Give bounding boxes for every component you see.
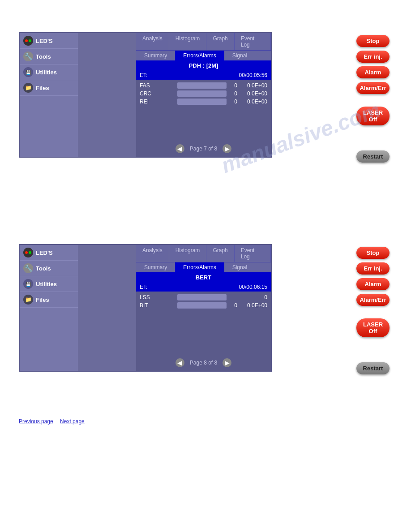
- pagination-2: ◀ Page 8 of 8 ▶: [136, 355, 271, 371]
- table-row: LSS 0: [136, 293, 271, 301]
- tools-icon: 🔧: [23, 51, 33, 61]
- next-page-link[interactable]: Next page: [60, 418, 85, 425]
- et-value-1: 00/00:05:56: [239, 72, 267, 78]
- sidebar-label-utilities: Utilities: [36, 69, 57, 76]
- count-fas: 0: [228, 82, 237, 89]
- row-label-lss: LSS: [140, 294, 176, 300]
- page-text-2: Page 8 of 8: [190, 360, 217, 366]
- row-label-fas: FAS: [140, 82, 176, 89]
- count-crc: 0: [228, 90, 237, 97]
- value-lss: 0: [238, 294, 267, 300]
- sidebar-item-leds-2[interactable]: LED'S: [20, 245, 78, 261]
- tab-graph-1[interactable]: Graph: [206, 33, 234, 50]
- previous-page-link[interactable]: Previous page: [19, 418, 53, 425]
- bar-crc: [177, 90, 227, 97]
- next-page-1[interactable]: ▶: [223, 144, 231, 153]
- et-row-1: ET: 00/00:05:56: [136, 71, 271, 80]
- subtab-errors-1[interactable]: Errors/Alarms: [175, 51, 224, 60]
- content-title-2: BERT: [136, 272, 271, 283]
- alarm-err-button-2[interactable]: Alarm/Err: [356, 294, 390, 306]
- alarm-button-2[interactable]: Alarm: [356, 278, 390, 290]
- subtab-summary-1[interactable]: Summary: [136, 51, 175, 60]
- right-buttons-1: Stop Err inj. Alarm Alarm/Err LASER Off …: [356, 35, 392, 163]
- laser-button-1[interactable]: LASER Off: [356, 107, 390, 125]
- tab-graph-2[interactable]: Graph: [206, 245, 234, 262]
- value-bit: 0.0E+00: [238, 302, 267, 309]
- main-content-1: Analysis Histogram Graph Event Log Summa…: [136, 33, 271, 157]
- bar-fas: [177, 82, 227, 89]
- spacer-1: [356, 129, 392, 147]
- stop-button-1[interactable]: Stop: [356, 35, 390, 47]
- sidebar-1: LED'S 🔧 Tools 💾 Utilities 📁 Files: [20, 33, 78, 157]
- restart-button-1[interactable]: Restart: [356, 150, 390, 163]
- table-row: CRC 0 0.0E+00: [136, 90, 271, 98]
- sidebar-label-utilities-2: Utilities: [36, 281, 57, 287]
- sidebar-item-utilities[interactable]: 💾 Utilities: [20, 64, 78, 80]
- sidebar-item-leds[interactable]: LED'S: [20, 33, 78, 49]
- tab-analysis-2[interactable]: Analysis: [136, 245, 169, 262]
- alarm-err-button-1[interactable]: Alarm/Err: [356, 82, 390, 94]
- bar-lss: [177, 294, 227, 300]
- value-fas: 0.0E+00: [238, 82, 267, 89]
- bottom-links: Previous page Next page: [19, 418, 90, 425]
- err-inj-button-2[interactable]: Err inj.: [356, 262, 390, 275]
- sub-tab-bar-1: Summary Errors/Alarms Signal: [136, 51, 271, 60]
- restart-button-2[interactable]: Restart: [356, 362, 390, 374]
- led-icon: [23, 36, 33, 46]
- bar-rei: [177, 99, 227, 105]
- tab-analysis-1[interactable]: Analysis: [136, 33, 169, 50]
- prev-page-1[interactable]: ◀: [176, 144, 184, 153]
- sidebar-item-utilities-2[interactable]: 💾 Utilities: [20, 276, 78, 292]
- prev-page-2[interactable]: ◀: [176, 358, 184, 367]
- subtab-summary-2[interactable]: Summary: [136, 262, 175, 272]
- tab-eventlog-2[interactable]: Event Log: [235, 245, 271, 262]
- panel-1: LED'S 🔧 Tools 💾 Utilities 📁 Files Analys…: [19, 32, 272, 158]
- tab-histogram-1[interactable]: Histogram: [169, 33, 207, 50]
- sidebar-label-tools: Tools: [36, 53, 51, 60]
- data-section-2: LSS 0 BIT 0 0.0E+00: [136, 292, 271, 311]
- files-icon-2: 📁: [23, 295, 33, 305]
- files-icon: 📁: [23, 83, 33, 93]
- subtab-signal-2[interactable]: Signal: [224, 262, 255, 272]
- table-row: FAS 0 0.0E+00: [136, 82, 271, 90]
- err-inj-button-1[interactable]: Err inj.: [356, 51, 390, 63]
- tools-icon-2: 🔧: [23, 263, 33, 273]
- tab-eventlog-1[interactable]: Event Log: [235, 33, 271, 50]
- sidebar-item-files-2[interactable]: 📁 Files: [20, 292, 78, 308]
- next-page-2[interactable]: ▶: [223, 358, 231, 367]
- sidebar-label-tools-2: Tools: [36, 265, 51, 272]
- table-row: BIT 0 0.0E+00: [136, 301, 271, 309]
- et-label-1: ET:: [140, 72, 147, 78]
- led-icon-2: [23, 248, 33, 257]
- et-value-2: 00/00:06:15: [239, 284, 267, 290]
- main-content-2: Analysis Histogram Graph Event Log Summa…: [136, 245, 271, 371]
- sidebar-item-tools[interactable]: 🔧 Tools: [20, 49, 78, 64]
- row-label-bit: BIT: [140, 302, 176, 309]
- alarm-button-1[interactable]: Alarm: [356, 66, 390, 78]
- spacer-2: [356, 341, 392, 359]
- content-title-1: PDH : [2M]: [136, 60, 271, 71]
- sidebar-label-leds-2: LED'S: [36, 249, 53, 256]
- subtab-signal-1[interactable]: Signal: [224, 51, 255, 60]
- sidebar-label-leds: LED'S: [36, 38, 53, 44]
- panel-2: LED'S 🔧 Tools 💾 Utilities 📁 Files Analys…: [19, 244, 272, 372]
- page-wrapper: manualsive.com LED'S 🔧 Tools 💾 Utilities…: [0, 0, 411, 532]
- row-label-crc: CRC: [140, 90, 176, 97]
- bar-bit: [177, 302, 227, 309]
- sub-tab-bar-2: Summary Errors/Alarms Signal: [136, 262, 271, 272]
- table-row: REI 0 0.0E+00: [136, 98, 271, 106]
- et-row-2: ET: 00/00:06:15: [136, 283, 271, 292]
- sidebar-label-files: Files: [36, 85, 49, 91]
- subtab-errors-2[interactable]: Errors/Alarms: [175, 262, 224, 272]
- count-bit: 0: [228, 302, 237, 309]
- utilities-icon: 💾: [23, 67, 33, 77]
- et-label-2: ET:: [140, 284, 147, 290]
- tab-histogram-2[interactable]: Histogram: [169, 245, 207, 262]
- right-buttons-2: Stop Err inj. Alarm Alarm/Err LASER Off …: [356, 247, 392, 374]
- laser-button-2[interactable]: LASER Off: [356, 318, 390, 337]
- sidebar-2: LED'S 🔧 Tools 💾 Utilities 📁 Files: [20, 245, 78, 371]
- sidebar-item-files[interactable]: 📁 Files: [20, 80, 78, 96]
- sidebar-label-files-2: Files: [36, 296, 49, 303]
- sidebar-item-tools-2[interactable]: 🔧 Tools: [20, 261, 78, 276]
- stop-button-2[interactable]: Stop: [356, 247, 390, 259]
